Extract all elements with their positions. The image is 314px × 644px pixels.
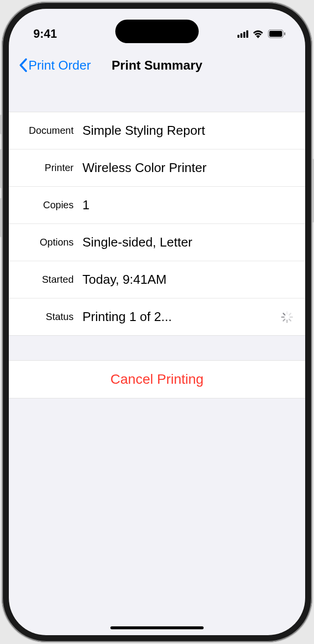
- cancel-printing-button[interactable]: Cancel Printing: [9, 361, 305, 398]
- home-indicator[interactable]: [110, 626, 204, 629]
- page-title: Print Summary: [112, 58, 203, 73]
- document-row: Document Simple Styling Report: [9, 112, 305, 149]
- status-icons: [237, 29, 286, 38]
- svg-rect-3: [287, 311, 288, 315]
- started-row: Started Today, 9:41AM: [9, 261, 305, 298]
- copies-row: Copies 1: [9, 187, 305, 224]
- started-label: Started: [21, 274, 82, 285]
- document-value: Simple Styling Report: [82, 123, 293, 138]
- cancel-section: Cancel Printing: [9, 360, 305, 398]
- loading-spinner-icon: [281, 311, 293, 323]
- status-time: 9:41: [33, 27, 57, 41]
- started-value: Today, 9:41AM: [82, 272, 293, 287]
- svg-rect-8: [283, 318, 286, 322]
- volume-up-button: [0, 149, 2, 188]
- svg-rect-2: [284, 32, 286, 35]
- svg-rect-1: [269, 31, 282, 37]
- status-label: Status: [21, 311, 82, 322]
- battery-icon: [268, 29, 286, 38]
- status-row: Status Printing 1 of 2...: [9, 298, 305, 336]
- svg-rect-5: [289, 316, 293, 318]
- navigation-bar: Print Order Print Summary: [9, 48, 305, 82]
- copies-label: Copies: [21, 199, 82, 211]
- svg-rect-4: [288, 312, 292, 316]
- options-value: Single-sided, Letter: [82, 235, 293, 250]
- back-button-label: Print Order: [28, 58, 91, 73]
- printer-label: Printer: [21, 162, 82, 173]
- svg-rect-10: [283, 312, 286, 316]
- printer-row: Printer Wireless Color Printer: [9, 149, 305, 187]
- svg-rect-6: [288, 318, 292, 322]
- copies-value: 1: [82, 198, 293, 213]
- volume-down-button: [0, 198, 2, 237]
- screen: 9:41: [9, 9, 305, 635]
- chevron-left-icon: [19, 58, 27, 73]
- print-summary-list: Document Simple Styling Report Printer W…: [9, 112, 305, 336]
- printer-value: Wireless Color Printer: [82, 160, 293, 175]
- document-label: Document: [21, 125, 82, 136]
- options-label: Options: [21, 237, 82, 248]
- dynamic-island: [115, 20, 199, 43]
- wifi-icon: [252, 29, 264, 38]
- content-area: Document Simple Styling Report Printer W…: [9, 112, 305, 398]
- svg-rect-9: [281, 316, 285, 318]
- device-frame: 9:41: [2, 2, 312, 642]
- back-button[interactable]: Print Order: [19, 58, 91, 73]
- status-value: Printing 1 of 2...: [82, 309, 293, 324]
- svg-rect-7: [287, 320, 288, 323]
- side-button: [312, 159, 314, 223]
- cellular-signal-icon: [237, 30, 248, 38]
- options-row: Options Single-sided, Letter: [9, 224, 305, 261]
- mute-switch: [0, 115, 2, 134]
